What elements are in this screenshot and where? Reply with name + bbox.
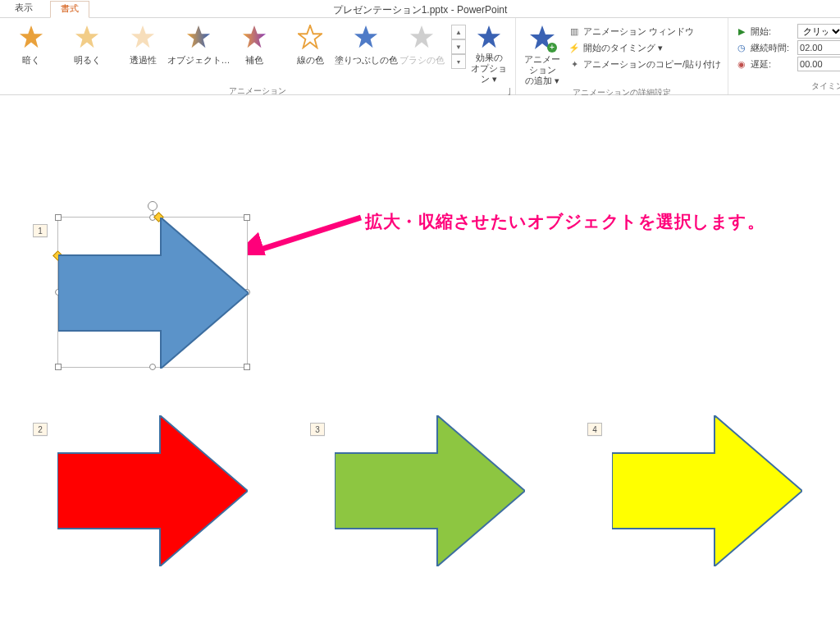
svg-line-12: [253, 218, 361, 252]
duration-label: 継続時間:: [751, 42, 795, 54]
lightning-icon: ⚡: [568, 43, 580, 53]
group-timing: ▶ 開始: クリック時 ◷ 継続時間: 02.00 ▲▼ ◉ 遅延: 00.00…: [728, 18, 840, 94]
callout-arrow-icon: [248, 214, 363, 255]
svg-marker-15: [612, 415, 802, 566]
arrow-shape-green[interactable]: [335, 415, 525, 566]
star-icon: [477, 25, 501, 49]
play-icon: ▶: [735, 26, 748, 37]
contextual-tab-group: 描画ツール 書式: [46, 0, 93, 17]
animation-tag[interactable]: 2: [33, 423, 48, 436]
selection-box[interactable]: [57, 217, 248, 368]
start-label: 開始:: [751, 25, 795, 38]
tab-row: 表示 描画ツール 書式: [0, 0, 93, 17]
svg-marker-10: [58, 218, 249, 369]
animation-tag[interactable]: 4: [587, 423, 602, 436]
arrow-shape-blue[interactable]: [58, 218, 249, 369]
callout-text: 拡大・収縮させたいオブジェクトを選択します。: [365, 210, 765, 233]
animation-painter-button[interactable]: ✦ アニメーションのコピー/貼り付け: [565, 56, 724, 72]
star-icon: [130, 25, 155, 49]
svg-marker-4: [243, 25, 266, 48]
gallery-item-transparency[interactable]: 透過性: [115, 21, 171, 66]
delay-label: 遅延:: [751, 58, 795, 71]
gallery-item-lighten[interactable]: 明るく: [59, 21, 115, 66]
gallery-more[interactable]: ▾: [451, 54, 466, 69]
star-icon: [19, 25, 43, 49]
delay-icon: ◉: [735, 59, 748, 70]
group-advanced-animation: + アニメーションの追加 ▾ ▥ アニメーション ウィンドウ ⚡ 開始のタイミン…: [516, 18, 728, 94]
svg-marker-2: [131, 25, 154, 48]
animation-gallery: 暗く 明るく 透過性 オブジェクト… 補色: [3, 21, 466, 69]
clock-icon: ◷: [735, 43, 748, 53]
gallery-item-fill-color[interactable]: 塗りつぶしの色: [338, 21, 394, 66]
painter-icon: ✦: [568, 59, 580, 70]
rotate-handle[interactable]: [148, 201, 158, 211]
titlebar: 表示 描画ツール 書式 プレゼンテーション1.pptx - PowerPoint: [0, 0, 840, 18]
gallery-item-darken[interactable]: 暗く: [3, 21, 59, 66]
svg-marker-7: [410, 25, 433, 48]
pane-icon: ▥: [568, 26, 580, 37]
star-icon: [354, 25, 378, 49]
star-icon: [242, 25, 267, 49]
svg-marker-13: [57, 415, 248, 566]
gallery-item-object-color[interactable]: オブジェクト…: [171, 21, 226, 66]
start-select[interactable]: クリック時: [797, 24, 840, 39]
slide-canvas[interactable]: 1 2 3 4 拡大・収縮させたいオブジェクトを選択します。: [0, 95, 840, 623]
svg-marker-5: [299, 25, 322, 48]
svg-marker-1: [75, 25, 98, 48]
svg-marker-14: [335, 415, 525, 566]
delay-input[interactable]: 00.00: [797, 57, 840, 71]
group-animation: 暗く 明るく 透過性 オブジェクト… 補色: [0, 18, 516, 94]
gallery-scroll-up[interactable]: ▲: [451, 25, 466, 39]
svg-marker-8: [477, 25, 500, 48]
star-icon: [75, 25, 99, 49]
trigger-button[interactable]: ⚡ 開始のタイミング ▾: [565, 39, 724, 56]
gallery-item-complementary[interactable]: 補色: [226, 21, 282, 66]
tab-view[interactable]: 表示: [8, 0, 39, 17]
add-animation-button[interactable]: + アニメーションの追加 ▾: [519, 21, 565, 86]
svg-marker-6: [354, 25, 377, 48]
animation-tag[interactable]: 3: [310, 423, 325, 436]
gallery-scroll-down[interactable]: ▼: [451, 39, 466, 54]
star-icon: [409, 25, 434, 49]
duration-input[interactable]: 02.00: [797, 40, 840, 55]
effect-options-button[interactable]: 効果のオプション ▾: [466, 21, 512, 85]
animation-pane-button[interactable]: ▥ アニメーション ウィンドウ: [565, 23, 724, 39]
group-label-timing: タイミング: [732, 80, 840, 93]
ribbon: 暗く 明るく 透過性 オブジェクト… 補色: [0, 18, 840, 95]
star-icon: [186, 25, 211, 49]
svg-marker-3: [187, 25, 210, 48]
star-icon: [298, 25, 322, 49]
gallery-item-brush-color[interactable]: ブラシの色: [394, 21, 450, 66]
svg-marker-0: [20, 25, 43, 48]
gallery-item-line-color[interactable]: 線の色: [282, 21, 338, 66]
window-title: プレゼンテーション1.pptx - PowerPoint: [333, 3, 508, 17]
arrow-shape-red[interactable]: [57, 415, 248, 566]
arrow-shape-yellow[interactable]: [612, 415, 802, 566]
animation-tag[interactable]: 1: [33, 224, 48, 237]
tab-format[interactable]: 書式: [50, 1, 89, 18]
gallery-scroller: ▲ ▼ ▾: [451, 25, 466, 69]
